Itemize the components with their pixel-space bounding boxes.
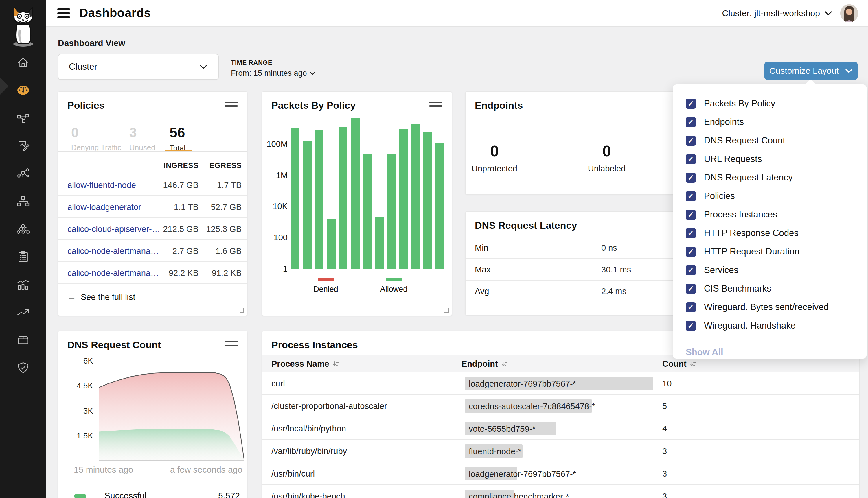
- policies-stat-unused[interactable]: 3Unused: [129, 126, 155, 152]
- policy-link[interactable]: allow-fluentd-node: [67, 181, 136, 190]
- policy-link[interactable]: calico-node-alertmana…: [67, 268, 159, 278]
- checkbox-checked-icon[interactable]: ✓: [686, 228, 696, 238]
- policy-link[interactable]: calico-cloud-apiserver-…: [67, 224, 160, 234]
- policies-stat-total[interactable]: 56Total: [170, 126, 185, 153]
- time-range-label: TIME RANGE: [231, 59, 315, 66]
- chevron-down-icon: [199, 64, 208, 69]
- nav-network-graph[interactable]: [0, 160, 46, 187]
- nav-workloads[interactable]: [0, 215, 46, 243]
- unlabeled-label: Unlabeled: [578, 164, 636, 173]
- process-row: /usr/bin/kube-benchcompliance-benchmarke…: [262, 485, 859, 498]
- menu-item-label: DNS Request Count: [704, 135, 785, 146]
- checkbox-checked-icon[interactable]: ✓: [686, 136, 696, 146]
- policy-ingress: 212.5 GB: [163, 224, 198, 234]
- policy-link[interactable]: allow-loadgenerator: [67, 202, 141, 212]
- endpoint-header[interactable]: Endpoint: [462, 359, 508, 369]
- dns-count-card-title: DNS Request Count: [67, 339, 161, 351]
- time-range: TIME RANGE From: 15 minutes ago: [231, 59, 315, 78]
- see-full-list-link[interactable]: → See the full list: [67, 292, 135, 302]
- y-tick-label: 1M: [276, 170, 288, 180]
- menu-item[interactable]: ✓Wireguard. Handshake: [673, 316, 867, 335]
- process-name-header[interactable]: Process Name: [271, 359, 339, 369]
- policy-row: calico-cloud-apiserver-…212.5 GB125.3 GB: [58, 218, 247, 239]
- checkbox-checked-icon[interactable]: ✓: [686, 284, 696, 294]
- allowed-bar: [435, 143, 443, 268]
- policy-link[interactable]: calico-node-alertmana…: [67, 246, 159, 256]
- checkbox-checked-icon[interactable]: ✓: [686, 247, 696, 257]
- show-all-link[interactable]: Show All: [686, 347, 723, 357]
- nav-compliance[interactable]: [0, 243, 46, 271]
- process-count: 5: [662, 402, 667, 411]
- legend-denied: Denied: [303, 277, 349, 294]
- drag-handle-icon[interactable]: [429, 102, 442, 109]
- menu-item[interactable]: ✓Wireguard. Bytes sent/received: [673, 298, 867, 316]
- cluster-selector[interactable]: Cluster: jlt-msft-workshop: [722, 9, 832, 18]
- see-full-list-label: See the full list: [81, 292, 135, 302]
- customize-layout-button[interactable]: Customize Layout: [764, 62, 858, 80]
- policy-row: allow-loadgenerator1.1 TB52.7 GB: [58, 196, 247, 218]
- menu-item[interactable]: ✓Packets By Policy: [673, 94, 867, 113]
- dashboard-view-select[interactable]: Cluster: [58, 54, 219, 80]
- nav-policies[interactable]: [0, 132, 46, 160]
- stat-value: 56: [170, 126, 185, 140]
- nav-package[interactable]: [0, 326, 46, 354]
- resize-handle[interactable]: [240, 308, 244, 313]
- stat-label: Denying Traffic: [71, 143, 121, 152]
- checkbox-checked-icon[interactable]: ✓: [686, 265, 696, 275]
- latency-value: 0 ns: [601, 243, 617, 253]
- package-icon: [16, 333, 30, 347]
- nav-home[interactable]: [0, 49, 46, 76]
- menu-item[interactable]: ✓DNS Request Count: [673, 131, 867, 150]
- menu-item-label: Policies: [704, 191, 735, 201]
- checkbox-checked-icon[interactable]: ✓: [686, 99, 696, 109]
- endpoint-name: loadgenerator-7697bb7567-*: [469, 379, 576, 389]
- hamburger-menu-icon[interactable]: [57, 9, 70, 18]
- drag-handle-icon[interactable]: [224, 341, 238, 349]
- nav-sitemap[interactable]: [0, 187, 46, 215]
- menu-item[interactable]: ✓Services: [673, 261, 867, 279]
- menu-caret: [805, 79, 816, 91]
- checkbox-checked-icon[interactable]: ✓: [686, 154, 696, 164]
- resize-handle[interactable]: [444, 308, 449, 313]
- dns-request-count-card: DNS Request Count 6K4.5K3K1.5K 15 minute…: [58, 331, 247, 498]
- nav-timeline[interactable]: [0, 271, 46, 299]
- checkbox-checked-icon[interactable]: ✓: [686, 302, 696, 312]
- allowed-bar: [399, 129, 408, 268]
- user-avatar[interactable]: [840, 4, 858, 22]
- policies-stat-denying-traffic[interactable]: 0Denying Traffic: [71, 126, 121, 152]
- y-tick-label: 10K: [273, 201, 288, 211]
- trend-icon: [16, 306, 30, 319]
- process-name: /var/lib/ruby/bin/ruby: [271, 446, 347, 456]
- nav-security[interactable]: [0, 354, 46, 382]
- checkbox-checked-icon[interactable]: ✓: [686, 117, 696, 127]
- menu-item[interactable]: ✓Endpoints: [673, 113, 867, 131]
- checkbox-checked-icon[interactable]: ✓: [686, 321, 696, 331]
- service-graph-icon: [16, 112, 30, 124]
- nav-service-graph[interactable]: [0, 104, 46, 132]
- menu-item[interactable]: ✓URL Requests: [673, 150, 867, 168]
- dashboard-view-label: Dashboard View: [58, 38, 125, 48]
- sort-icon: [501, 361, 508, 368]
- checkbox-checked-icon[interactable]: ✓: [686, 210, 696, 220]
- menu-item[interactable]: ✓Policies: [673, 187, 867, 205]
- menu-item[interactable]: ✓HTTP Request Duration: [673, 243, 867, 261]
- drag-handle-icon[interactable]: [224, 102, 238, 109]
- menu-item[interactable]: ✓CIS Benchmarks: [673, 279, 867, 298]
- menu-item[interactable]: ✓HTTP Response Codes: [673, 224, 867, 243]
- count-header[interactable]: Count: [662, 359, 697, 369]
- menu-item[interactable]: ✓Process Instances: [673, 205, 867, 224]
- nav-trend[interactable]: [0, 299, 46, 326]
- time-range-value[interactable]: From: 15 minutes ago: [231, 69, 315, 78]
- checkbox-checked-icon[interactable]: ✓: [686, 191, 696, 201]
- process-table-body: curlloadgenerator-7697bb7567-*10/cluster…: [262, 372, 859, 498]
- chevron-down-icon: [845, 68, 853, 73]
- latency-value: 30.1 ms: [601, 265, 631, 274]
- packets-card-title: Packets By Policy: [271, 100, 355, 111]
- policies-icon: [16, 139, 30, 153]
- checkbox-checked-icon[interactable]: ✓: [686, 173, 696, 183]
- unprotected-stat: 0 Unprotected: [466, 143, 523, 173]
- latency-value: 2.4 ms: [601, 287, 626, 296]
- stat-label: Unused: [129, 143, 155, 152]
- network-graph-icon: [16, 167, 30, 180]
- menu-item[interactable]: ✓DNS Request Latency: [673, 168, 867, 187]
